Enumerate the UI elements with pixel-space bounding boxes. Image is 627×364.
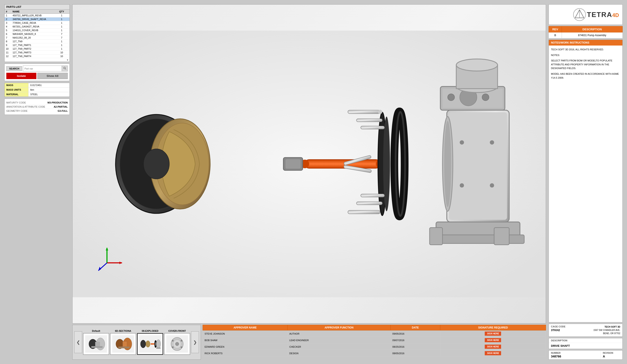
sign-here-button[interactable]: SIGN HERE xyxy=(485,351,501,355)
rev-table: REV DESCRIPTION B 874631 Pump Assembly xyxy=(549,26,623,38)
number-value: 348766 xyxy=(551,355,598,358)
thumbnail-cover-box[interactable] xyxy=(164,333,190,355)
svg-rect-88 xyxy=(156,347,160,349)
part-num: 1 xyxy=(4,14,11,17)
right-panel: TETRA 4D REV DESCRIPTION B 874631 Pump A… xyxy=(549,4,623,360)
svg-rect-17 xyxy=(348,110,380,114)
table-row[interactable]: 12127_TN9_PART410 xyxy=(4,54,69,58)
svg-rect-12 xyxy=(285,159,300,169)
approver-date: 08/25/2016 xyxy=(391,344,440,350)
cage-code-label: CAGE CODE xyxy=(551,325,566,328)
search-button[interactable]: SEARCH xyxy=(6,66,22,71)
svg-point-96 xyxy=(181,346,182,348)
viewport-container[interactable]: ← ⌂ → ↺ ✛ xyxy=(72,4,546,323)
search-icon-button[interactable] xyxy=(62,66,67,71)
part-qty: 1 xyxy=(57,17,66,21)
notes-section: NOTES/WORK INSTRUCTIONS TECH SOFT 3D 201… xyxy=(549,40,623,322)
search-icon xyxy=(63,67,66,70)
search-row: SEARCH xyxy=(6,66,68,71)
thumbnail-08-box[interactable] xyxy=(137,333,163,355)
approver-date: 08/05/2016 xyxy=(391,350,440,357)
part-qty: 1 xyxy=(57,43,66,47)
part-scroll xyxy=(66,43,69,47)
part-qty: 10 xyxy=(57,54,66,58)
part-scroll xyxy=(66,25,69,29)
svg-line-101 xyxy=(575,10,579,18)
table-row[interactable]: 2348766_DRIVE_SHAFT_REVA1 xyxy=(4,17,69,21)
sign-here-button[interactable]: SIGN HERE xyxy=(485,332,501,336)
scroll-indicator[interactable]: ▼ xyxy=(4,58,69,62)
part-name: NAS1352_08_20 xyxy=(11,36,57,40)
rev-value: B xyxy=(549,32,562,38)
part-num: 12 xyxy=(4,54,11,58)
thumbnail-prev-button[interactable]: ❮ xyxy=(74,331,82,353)
number-left: NUMBER 348766 xyxy=(549,351,601,360)
approval-col-name: APPROVER NAME xyxy=(203,325,288,330)
table-row[interactable]: 7NAS1352_08_207 xyxy=(4,36,69,40)
viewport-3d[interactable] xyxy=(73,4,546,323)
svg-rect-74 xyxy=(95,342,100,346)
approver-name: RICK ROBERTS xyxy=(203,350,288,357)
table-row[interactable]: 9127_TN9_PART11 xyxy=(4,43,69,47)
show-all-button[interactable]: Show All xyxy=(37,73,68,79)
meta-value: G3-FULL xyxy=(58,109,68,112)
table-row[interactable]: 8127_TN91 xyxy=(4,40,69,43)
note-line: TECH SOFT 3D 2016, ALL RIGHTS RESERVED. xyxy=(551,48,620,52)
table-row[interactable]: 3778594_CASE_REVA1 xyxy=(4,21,69,25)
cage-address: TECH SOFT 3D 1567 SW CHANDLER AVE.BEND, … xyxy=(593,325,620,335)
approval-col-date: DATE xyxy=(391,325,440,330)
sign-here-button[interactable]: SIGN HERE xyxy=(485,338,501,342)
col-scroll xyxy=(66,10,69,14)
table-row[interactable]: 5134019_COVER_REVB1 xyxy=(4,29,69,32)
table-row[interactable]: 10127_TN9_PART21 xyxy=(4,47,69,51)
part-qty: 1 xyxy=(57,40,66,43)
desc-value: DRIVE SHAFT xyxy=(549,343,623,349)
cage-addr: 1567 SW CHANDLER AVE.BEND, OR 97702 xyxy=(593,328,620,335)
svg-point-45 xyxy=(460,183,464,188)
part-name: 134019_COVER_REVB xyxy=(11,29,57,32)
part-qty: 1 xyxy=(57,14,66,17)
svg-point-30 xyxy=(482,94,489,101)
svg-point-46 xyxy=(490,183,494,188)
number-section: NUMBER 348766 REVISION A xyxy=(549,350,623,360)
col-name: NAME xyxy=(11,10,57,14)
logo-tetra-text: TETRA xyxy=(587,11,612,19)
search-section: SEARCH Isolate Show All xyxy=(4,64,70,81)
thumbnail-08-img xyxy=(139,335,161,353)
approval-section: APPROVER NAME APPROVER FUNCTION DATE SIG… xyxy=(203,325,546,360)
thumbnail-cover-label: COVER-FRONT xyxy=(168,330,186,332)
sign-here-button[interactable]: SIGN HERE xyxy=(485,345,501,349)
approval-col-function: APPROVER FUNCTION xyxy=(287,325,390,330)
approval-row: RICK ROBERTS DESIGN 08/05/2016 SIGN HERE xyxy=(203,350,546,357)
part-scroll xyxy=(66,47,69,51)
part-scroll xyxy=(66,29,69,32)
thumbnail-default-box[interactable] xyxy=(83,333,109,355)
table-row[interactable]: 4667201_GASKET_REVA1 xyxy=(4,25,69,29)
table-row[interactable]: 6WASHER_NAS620_87 xyxy=(4,32,69,36)
table-row[interactable]: 1450722_IMPELLER_REVB1 xyxy=(4,14,69,17)
part-name: 127_TN9_PART2 xyxy=(11,47,57,51)
metadata-row: MATURITY CODEM3-PRODUCTION xyxy=(6,101,68,105)
svg-point-83 xyxy=(141,340,146,348)
metadata-container: MATURITY CODEM3-PRODUCTIONANNOTATION & A… xyxy=(6,101,68,113)
svg-rect-39 xyxy=(494,228,509,245)
thumbnail-next-button[interactable]: ❯ xyxy=(191,331,199,353)
scroll-down-arrow[interactable]: ▼ xyxy=(66,59,69,61)
svg-point-43 xyxy=(460,140,464,145)
part-name: 450722_IMPELLER_REVB xyxy=(11,14,57,17)
meta-label: ANNOTATION & ATTRIBUTE CODE xyxy=(6,105,45,108)
svg-point-87 xyxy=(156,340,160,348)
thumbnail-6d-box[interactable] xyxy=(110,333,136,355)
svg-point-35 xyxy=(444,121,451,207)
svg-rect-38 xyxy=(430,228,442,245)
search-input[interactable] xyxy=(23,67,62,71)
revision-value: A xyxy=(603,355,620,358)
table-row[interactable]: 11127_TN9_PART310 xyxy=(4,51,69,54)
thumbnail-6d: 6D-SECTIONA xyxy=(110,330,136,355)
isolate-button[interactable]: Isolate xyxy=(6,73,36,79)
model-svg xyxy=(73,4,546,323)
svg-rect-85 xyxy=(151,343,155,345)
part-num: 10 xyxy=(4,47,11,51)
notes-header: NOTES/WORK INSTRUCTIONS xyxy=(549,40,623,46)
revision-label: REVISION xyxy=(603,352,620,354)
